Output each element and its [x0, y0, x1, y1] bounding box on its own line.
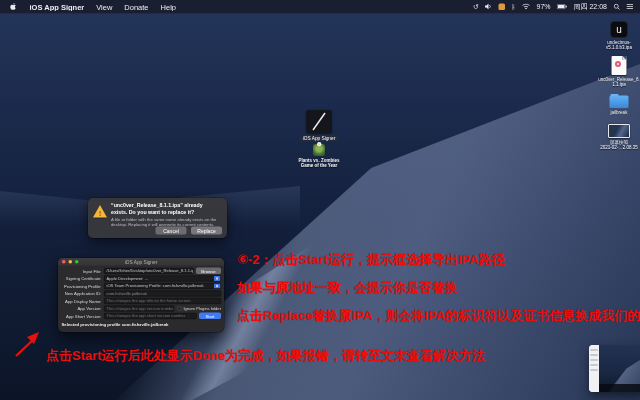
notification-center-icon[interactable]: [627, 4, 634, 10]
app-version-label: App Version:: [61, 306, 104, 311]
time-machine-icon[interactable]: ↺: [473, 3, 478, 10]
wifi-icon[interactable]: [522, 4, 530, 10]
desktop-icon-screenshot[interactable]: 屏幕快照 2021-02-…2.08.35: [597, 124, 640, 164]
desktop-icon-undecimus[interactable]: u undecimus- v5.1.0.b3.ipa: [597, 21, 640, 57]
annotation-step-title: ⑥-2：点击Start运行，提示框选择导出IPA路径: [237, 252, 505, 268]
ignore-plugins-checkbox[interactable]: [177, 306, 181, 310]
desktop-icon-label: jailbreak: [597, 110, 640, 116]
ignore-plugins-label: Ignore Plugins folder: [183, 306, 221, 311]
signing-certificate-label: Signing Certificate:: [61, 276, 104, 281]
unc0ver-logo-icon: [615, 61, 621, 67]
ipa-document-icon: [612, 56, 627, 75]
menu-view[interactable]: View: [96, 2, 112, 11]
undecimus-app-icon: u: [611, 21, 628, 38]
desktop-icon-label: 2021-02-…2.08.35: [597, 145, 640, 151]
dropdown-arrows-icon: [214, 283, 221, 288]
replace-file-dialog: ! “unc0ver_Release_8.1.1.ipa” already ex…: [88, 198, 227, 238]
menu-bar: iOS App Signer View Donate Help ↺ ᛒ 97%: [0, 0, 640, 13]
annotation-line-3: 点击Replace替换原IPA，则会将IPA的标识符以及证书信息换成我们的: [237, 308, 640, 324]
app-display-name-label: App Display Name:: [61, 298, 104, 303]
signing-certificate-dropdown[interactable]: Apple Development: …: [104, 275, 221, 281]
status-text: Selected provisioning profile com.fishzv…: [58, 320, 224, 327]
new-application-id-label: New Application ID:: [61, 291, 104, 296]
volume-icon[interactable]: [485, 4, 492, 10]
menu-donate[interactable]: Donate: [124, 2, 148, 11]
battery-percent: 97%: [537, 3, 551, 11]
new-application-id-field[interactable]: com.fishzville.jailbreak: [104, 290, 221, 296]
menu-help[interactable]: Help: [161, 2, 176, 11]
preview-sidebar: [589, 345, 599, 392]
menu-bar-clock[interactable]: 周四 22:08: [574, 2, 607, 11]
screenshot-thumbnail-icon: [608, 124, 630, 138]
input-file-field[interactable]: /Users/fisher/Desktop/unc0ver_Release_8.…: [104, 268, 194, 274]
desktop-icon-label: 1.1.ipa: [597, 82, 640, 88]
preview-desktop: [599, 345, 640, 392]
app-version-field[interactable]: This changes the app version number: [104, 305, 174, 311]
warning-icon: !: [93, 205, 107, 218]
app-short-version-label: App Short Version:: [61, 313, 104, 318]
desktop-icon-label: v5.1.0.b3.ipa: [597, 45, 640, 51]
app-short-version-field[interactable]: This changes the app short version numbe…: [104, 313, 197, 319]
provisioning-profile-dropdown[interactable]: iOS Team Provisioning Profile: com.fishz…: [104, 283, 221, 289]
bluetooth-icon[interactable]: ᛒ: [512, 3, 516, 10]
browse-button[interactable]: Browse: [196, 268, 221, 275]
app-status-badge-icon[interactable]: [499, 3, 506, 10]
desktop: iOS App Signer View Donate Help ↺ ᛒ 97%: [0, 0, 640, 400]
pvz-app-icon: [313, 144, 325, 156]
desktop-icon-pvz[interactable]: Plants vs. Zombies Game of the Year: [291, 144, 347, 180]
dropdown-arrows-icon: [214, 276, 221, 281]
input-file-label: Input File:: [61, 268, 104, 273]
dialog-body: A file or folder with the same name alre…: [111, 217, 219, 227]
app-signer-app-icon: [306, 110, 332, 133]
window-title: iOS App Signer: [58, 259, 224, 265]
apple-menu-icon[interactable]: [10, 2, 18, 11]
annotation-arrow-icon: [8, 330, 44, 358]
replace-button[interactable]: Replace: [191, 227, 222, 235]
menu-app-name[interactable]: iOS App Signer: [30, 2, 85, 11]
window-titlebar[interactable]: iOS App Signer: [58, 258, 224, 266]
ios-app-signer-window: iOS App Signer Input File: /Users/fisher…: [58, 258, 224, 332]
folder-icon: [610, 94, 629, 108]
desktop-icon-ipa-file[interactable]: unc0ver_Release_8. 1.1.ipa: [597, 56, 640, 94]
app-display-name-field[interactable]: This changes the app title on the home s…: [104, 298, 221, 304]
desktop-icon-jailbreak-folder[interactable]: jailbreak: [597, 94, 640, 124]
page-fold-icon: [623, 56, 627, 60]
dialog-title: “unc0ver_Release_8.1.1.ipa” already exis…: [111, 202, 219, 215]
screenshot-preview-thumbnail[interactable]: [589, 345, 640, 392]
desktop-icon-label: iOS App Signer: [299, 135, 338, 142]
flower-icon: [317, 142, 322, 147]
annotation-line-2: 如果与原地址一致，会提示你是否替换: [237, 280, 458, 296]
spotlight-search-icon[interactable]: [614, 3, 621, 10]
battery-icon[interactable]: [557, 4, 567, 10]
desktop-icon-label: Game of the Year: [291, 163, 347, 169]
provisioning-profile-label: Provisioning Profile:: [61, 283, 104, 288]
annotation-line-4: 点击Start运行后此处显示Done为完成，如果报错，请转至文末查看解决方法: [46, 348, 485, 364]
cancel-button[interactable]: Cancel: [156, 227, 187, 235]
start-button[interactable]: Start: [199, 313, 221, 320]
